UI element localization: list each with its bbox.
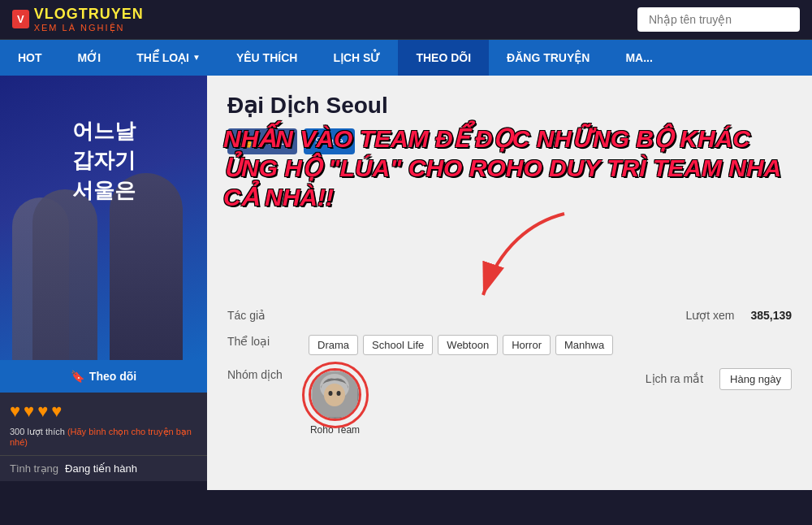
- nav-item-theloai[interactable]: THỂ LOẠI ▼: [119, 40, 218, 76]
- group-row: Nhóm dịch: [227, 368, 792, 436]
- chevron-down-icon: ▼: [192, 53, 201, 62]
- rating-text: 300 lượt thích (Hãy bình chọn cho truyện…: [10, 427, 197, 447]
- status-label: Tình trạng: [10, 462, 58, 475]
- main-content: ROHOTEAM VLOGTRUYENXEM LÀ NGHIỆN 어느: [0, 76, 812, 490]
- bookmark-icon: 🔖: [71, 370, 84, 383]
- arrow-overlay: [451, 206, 581, 306]
- promo-overlay: NHẤN VÀO TEAM ĐỂ ĐỌC NHỮNG BỘ KHÁC ỦNG H…: [207, 124, 812, 212]
- logo-text: VLOGTRUYEN XEM LÀ NGHIỆN: [34, 7, 144, 33]
- release-label: Lịch ra mắt: [646, 372, 703, 385]
- nav-item-moi[interactable]: MỚI: [60, 40, 119, 76]
- nav-item-hot[interactable]: HOT: [0, 40, 60, 76]
- genre-tag-horror[interactable]: Horror: [503, 335, 551, 355]
- group-avatar-wrap[interactable]: Roho Team: [309, 368, 361, 436]
- nav-item-ma[interactable]: MA...: [607, 40, 670, 76]
- genre-label: Thể loại: [227, 335, 292, 348]
- nav-item-lichsu[interactable]: LỊCH SỬ: [315, 40, 398, 76]
- manga-title-korean: 어느날갑자기서울은: [0, 116, 207, 205]
- nav-item-dangtuyen[interactable]: ĐĂNG TRUYỆN: [489, 40, 607, 76]
- genre-tag-manhwa[interactable]: Manhwa: [555, 335, 613, 355]
- logo-icon: V: [12, 10, 29, 28]
- views-label: Lượt xem: [685, 309, 734, 322]
- status-area: Tình trạng Đang tiến hành: [0, 455, 207, 481]
- genre-tag-drama[interactable]: Drama: [309, 335, 358, 355]
- views-value: 385,139: [750, 309, 792, 322]
- svg-point-5: [337, 391, 341, 396]
- author-row: Tác giả Lượt xem 385,139: [227, 309, 792, 322]
- nav-item-theodoi[interactable]: THEO DÕI: [398, 40, 489, 76]
- logo-sub: XEM LÀ NGHIỆN: [34, 23, 144, 33]
- left-panel: ROHOTEAM VLOGTRUYENXEM LÀ NGHIỆN 어느: [0, 76, 207, 490]
- release-area: Lịch ra mắt Hàng ngày: [646, 368, 792, 390]
- genre-tag-schoollife[interactable]: School Life: [363, 335, 433, 355]
- star-1[interactable]: ♥: [10, 401, 20, 422]
- logo-main: VLOGTRUYEN: [34, 7, 144, 23]
- svg-point-3: [324, 384, 345, 406]
- svg-point-4: [329, 391, 333, 396]
- group-name: Roho Team: [310, 424, 360, 436]
- manga-title-vn: Đại Dịch Seoul: [227, 92, 792, 119]
- group-label: Nhóm dịch: [227, 368, 292, 381]
- follow-button[interactable]: 🔖 Theo dõi: [0, 360, 207, 393]
- manga-cover: ROHOTEAM VLOGTRUYENXEM LÀ NGHIỆN 어느: [0, 76, 207, 360]
- genre-tag-webtoon[interactable]: Webtoon: [438, 335, 498, 355]
- status-value: Đang tiến hành: [65, 462, 137, 475]
- avatar-inner: [311, 371, 359, 419]
- right-panel: Đại Dịch Seoul 👍 Like 0 Share NHẤN VÀO T…: [207, 76, 812, 490]
- rating-area: ♥ ♥ ♥ ♥ 300 lượt thích (Hãy bình chọn ch…: [0, 393, 207, 455]
- genre-tags: Drama School Life Webtoon Horror Manhwa: [309, 335, 613, 355]
- header: V VLOGTRUYEN XEM LÀ NGHIỆN: [0, 0, 812, 40]
- star-4[interactable]: ♥: [51, 401, 62, 422]
- info-section: Tác giả Lượt xem 385,139 Thể loại Drama …: [227, 309, 792, 436]
- search-input[interactable]: [637, 7, 800, 32]
- genre-row: Thể loại Drama School Life Webtoon Horro…: [227, 335, 792, 355]
- stars[interactable]: ♥ ♥ ♥ ♥: [10, 401, 197, 422]
- nav-item-yeuthich[interactable]: YÊU THÍCH: [218, 40, 315, 76]
- release-value: Hàng ngày: [719, 368, 792, 390]
- views-area: Lượt xem 385,139: [685, 309, 792, 322]
- star-3[interactable]: ♥: [37, 401, 48, 422]
- star-2[interactable]: ♥: [24, 401, 34, 422]
- logo-area[interactable]: V VLOGTRUYEN XEM LÀ NGHIỆN: [12, 7, 144, 33]
- promo-text: NHẤN VÀO TEAM ĐỂ ĐỌC NHỮNG BỘ KHÁC ỦNG H…: [223, 124, 796, 212]
- main-nav: HOT MỚI THỂ LOẠI ▼ YÊU THÍCH LỊCH SỬ THE…: [0, 40, 812, 76]
- group-avatar: [309, 368, 361, 421]
- author-label: Tác giả: [227, 309, 292, 322]
